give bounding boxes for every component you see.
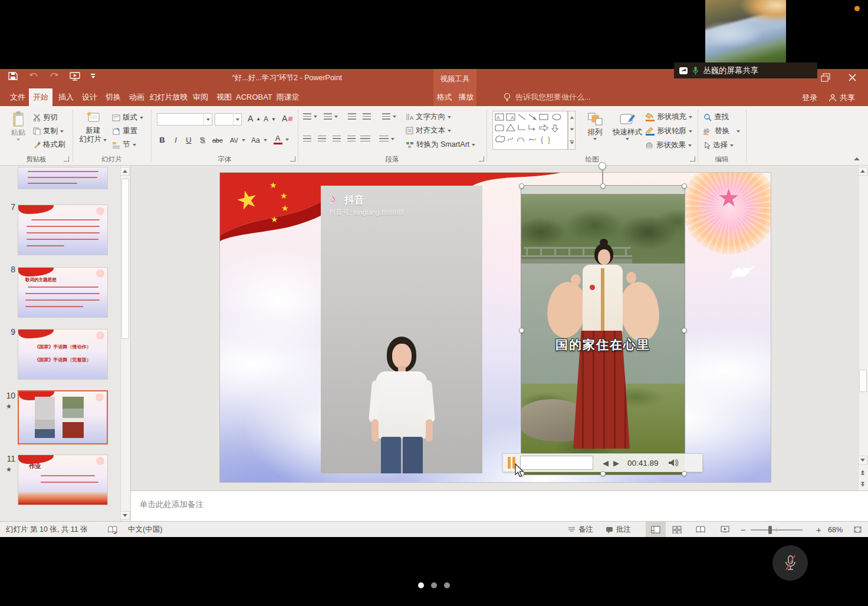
bold-button[interactable]: B <box>157 134 167 146</box>
view-slideshow-button[interactable] <box>721 522 729 538</box>
tab-transitions[interactable]: 切换 <box>101 88 125 106</box>
shape-effects-button[interactable]: 形状效果 <box>645 140 692 150</box>
move-forward-button[interactable]: ▶ <box>613 459 619 467</box>
underline-button[interactable]: U <box>183 134 194 146</box>
select-button[interactable]: 选择 <box>703 140 734 150</box>
change-case-button[interactable]: Aa <box>250 134 267 146</box>
tab-acrobat[interactable]: ACROBAT <box>236 88 272 106</box>
tab-view[interactable]: 视图 <box>212 88 236 106</box>
close-window-button[interactable] <box>848 73 857 84</box>
view-normal-button[interactable] <box>646 522 666 538</box>
handle-top-right[interactable] <box>682 183 687 189</box>
collapse-ribbon-button[interactable] <box>854 157 860 160</box>
slide-thumbnail-8[interactable]: 歌词的主题思想 <box>18 267 108 318</box>
tab-animations[interactable]: 动画 <box>125 88 149 106</box>
increase-indent-button[interactable] <box>363 113 371 120</box>
zoom-out-button[interactable]: − <box>741 522 746 538</box>
handle-bottom-right[interactable] <box>682 471 687 476</box>
move-back-button[interactable]: ◀ <box>603 459 609 467</box>
font-size-combobox[interactable] <box>215 113 242 126</box>
language-indicator[interactable]: 中文(中国) <box>128 522 162 538</box>
increase-font-button[interactable]: A▲ <box>248 114 261 123</box>
slide-thumbnail-6-partial[interactable] <box>18 167 108 189</box>
mute-button[interactable] <box>668 458 679 467</box>
line-spacing-button[interactable] <box>382 113 396 120</box>
notes-toggle-button[interactable]: 备注 <box>568 522 593 538</box>
clear-formatting-button[interactable]: A <box>282 114 292 123</box>
thumbnail-scroll-down-button[interactable] <box>120 511 130 520</box>
participant-video-thumbnail[interactable] <box>705 0 786 66</box>
distribute-button[interactable] <box>360 136 370 142</box>
slide-thumbnail-11[interactable]: 作业 <box>18 454 108 505</box>
zoom-slider-thumb[interactable] <box>768 526 772 534</box>
paragraph-dialog-launcher[interactable] <box>479 156 484 162</box>
comments-toggle-button[interactable]: 批注 <box>606 522 631 538</box>
convert-smartart-button[interactable]: 转换为 SmartArt <box>406 140 475 150</box>
tab-rain-classroom[interactable]: 雨课堂 <box>272 88 303 106</box>
sign-in-button[interactable]: 登录 <box>802 93 817 103</box>
video-right-performance[interactable]: 国的家住在心里 <box>521 186 685 475</box>
font-dialog-launcher[interactable] <box>290 156 295 162</box>
handle-mid-right[interactable] <box>682 328 687 333</box>
align-text-button[interactable]: 对齐文本 <box>406 126 451 136</box>
page-dot-1-active[interactable] <box>418 582 424 588</box>
font-name-combobox[interactable] <box>157 113 212 126</box>
font-color-button[interactable]: A <box>272 134 289 144</box>
handle-top-center[interactable] <box>600 183 606 189</box>
next-slide-button[interactable] <box>858 479 867 489</box>
tab-design[interactable]: 设计 <box>78 88 101 106</box>
video-progress-bar[interactable] <box>520 456 593 470</box>
tab-home[interactable]: 开始 <box>29 88 52 106</box>
shapes-gallery[interactable]: A A { } <box>492 111 568 150</box>
text-shadow-button[interactable]: S <box>197 134 208 146</box>
paste-button[interactable]: 粘贴 <box>6 111 31 141</box>
tell-me-box[interactable]: 告诉我您想要做什么... <box>504 92 591 103</box>
page-dot-3[interactable] <box>444 582 450 588</box>
slide-thumbnail-10-selected[interactable] <box>18 390 108 444</box>
mute-toggle-button[interactable] <box>772 545 808 581</box>
columns-button[interactable] <box>379 136 394 142</box>
thumbnail-scroll-up-button[interactable] <box>120 167 130 176</box>
bullets-button[interactable] <box>303 113 317 120</box>
share-button[interactable]: 共享 <box>828 93 855 103</box>
decrease-font-button[interactable]: A▼ <box>264 115 276 123</box>
character-spacing-button[interactable]: AV <box>229 134 245 146</box>
zoom-slider-track[interactable] <box>751 529 803 531</box>
tab-file[interactable]: 文件 <box>5 88 31 106</box>
clipboard-dialog-launcher[interactable] <box>64 156 69 162</box>
rotate-handle[interactable] <box>599 162 606 170</box>
notes-pane[interactable]: 单击此处添加备注 <box>131 490 868 521</box>
replace-button[interactable]: abac 替换 <box>703 126 740 136</box>
zoom-in-button[interactable]: + <box>816 522 821 538</box>
canvas-scroll-up-button[interactable] <box>858 167 867 176</box>
handle-bottom-center[interactable] <box>600 471 606 476</box>
fit-to-window-button[interactable] <box>853 522 862 538</box>
slide-canvas[interactable]: ★ ★ ★ ★ ★ ★ ♪♪♪ 抖音 <box>220 173 771 482</box>
zoom-level[interactable]: 68% <box>828 522 843 538</box>
handle-top-left[interactable] <box>519 183 524 189</box>
previous-slide-button[interactable] <box>858 467 867 477</box>
shapes-gallery-scroll[interactable] <box>568 111 576 150</box>
tab-insert[interactable]: 插入 <box>54 88 78 106</box>
canvas-scroll-down-button[interactable] <box>858 456 867 465</box>
decrease-indent-button[interactable] <box>348 113 356 120</box>
slide-thumbnail-9[interactable]: 《国家》手语舞（慢动作） 《国家》手语舞（完整版） <box>18 329 108 380</box>
section-button[interactable]: 节 <box>112 140 136 150</box>
view-reading-button[interactable] <box>696 522 705 538</box>
thumbnail-scrollbar-thumb[interactable] <box>121 179 129 339</box>
format-painter-button[interactable]: 格式刷 <box>33 140 65 150</box>
canvas-scrollbar-thumb[interactable] <box>859 370 867 392</box>
spell-check-button[interactable] <box>108 522 117 538</box>
tab-review[interactable]: 审阅 <box>189 88 212 106</box>
tab-video-format[interactable]: 格式 <box>433 88 455 106</box>
restore-window-button[interactable] <box>821 73 831 85</box>
page-dot-2[interactable] <box>431 582 437 588</box>
handle-mid-left[interactable] <box>519 328 524 333</box>
quick-styles-button[interactable]: 快速样式 <box>611 112 644 140</box>
shape-outline-button[interactable]: 形状轮廓 <box>645 126 692 136</box>
video-left-tiktok[interactable]: ♪♪♪ 抖音 抖音号: tangtang.888888 <box>321 186 482 473</box>
find-button[interactable]: 查找 <box>703 112 729 122</box>
reset-button[interactable]: 重置 <box>112 126 137 136</box>
tab-slideshow[interactable]: 幻灯片放映 <box>149 88 189 106</box>
align-right-button[interactable] <box>333 136 341 142</box>
